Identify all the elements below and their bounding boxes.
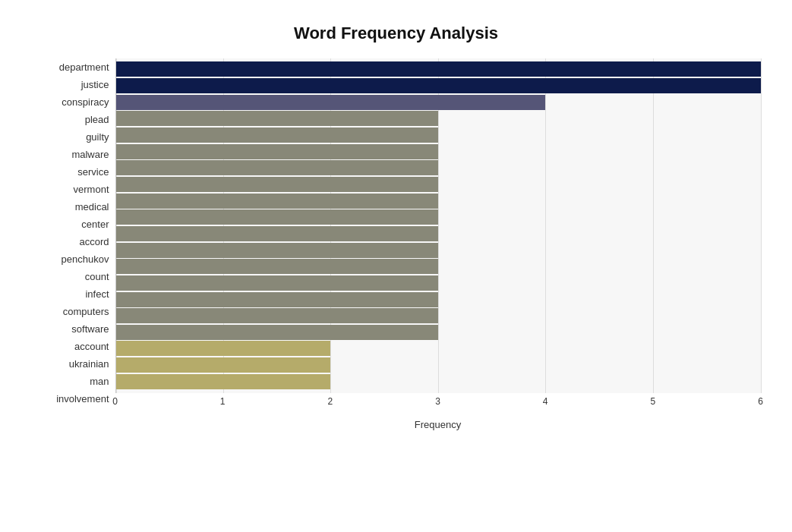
bar-row xyxy=(116,258,761,275)
y-label: service xyxy=(32,163,115,181)
x-tick: 2 xyxy=(327,396,333,407)
y-axis: departmentjusticeconspiracypleadguiltyma… xyxy=(32,58,115,430)
y-label: computers xyxy=(32,303,115,320)
grid-line xyxy=(761,58,762,393)
y-label: guilty xyxy=(32,128,115,146)
bar-row xyxy=(116,143,761,160)
x-axis: 0123456 xyxy=(115,393,761,416)
bar-row xyxy=(116,275,761,291)
x-tick: 3 xyxy=(435,396,440,407)
bar xyxy=(116,357,331,373)
bar xyxy=(116,144,439,159)
y-label: vermont xyxy=(32,181,115,198)
bar xyxy=(116,374,331,389)
y-label: count xyxy=(32,268,115,285)
bar xyxy=(116,308,439,323)
bar xyxy=(116,177,439,192)
bar-row xyxy=(116,242,761,259)
y-label: involvement xyxy=(32,390,115,408)
y-label: ukrainian xyxy=(32,355,115,373)
bar-row xyxy=(116,127,761,143)
chart-container: Word Frequency Analysis departmentjustic… xyxy=(17,8,776,524)
chart-title: Word Frequency Analysis xyxy=(32,24,761,43)
bar xyxy=(116,209,439,225)
bar-row xyxy=(116,110,761,127)
bar-row xyxy=(116,209,761,225)
x-tick: 6 xyxy=(758,396,763,407)
y-label: center xyxy=(32,216,115,233)
bar xyxy=(116,160,439,175)
bar xyxy=(116,259,439,274)
bar-row xyxy=(116,94,761,111)
x-tick: 1 xyxy=(220,396,226,407)
x-tick: 4 xyxy=(543,396,548,407)
bar-row xyxy=(116,225,761,242)
bar-row xyxy=(116,341,761,357)
bar xyxy=(116,226,439,241)
bar xyxy=(116,194,439,209)
y-label: software xyxy=(32,320,115,338)
y-label: accord xyxy=(32,233,115,250)
bar xyxy=(116,292,439,307)
x-tick: 5 xyxy=(650,396,655,407)
bar-row xyxy=(116,324,761,341)
plot-area: 0123456 Frequency xyxy=(115,58,761,430)
y-label: man xyxy=(32,373,115,390)
y-label: infect xyxy=(32,285,115,303)
bar-row xyxy=(116,373,761,390)
bar-row xyxy=(116,291,761,308)
y-label: department xyxy=(32,58,115,76)
y-label: conspiracy xyxy=(32,93,115,111)
bar-row xyxy=(116,357,761,373)
bar xyxy=(116,127,439,143)
bar-row xyxy=(116,61,761,78)
bar xyxy=(116,61,761,77)
bar-row xyxy=(116,193,761,209)
y-label: malware xyxy=(32,146,115,163)
bar xyxy=(116,243,439,258)
x-axis-label: Frequency xyxy=(115,419,761,430)
y-label: penchukov xyxy=(32,250,115,268)
y-label: medical xyxy=(32,198,115,216)
y-label: plead xyxy=(32,111,115,128)
bar xyxy=(116,341,331,356)
bar xyxy=(116,111,439,126)
x-tick: 0 xyxy=(112,396,118,407)
y-label: account xyxy=(32,338,115,355)
bar xyxy=(116,275,439,291)
y-label: justice xyxy=(32,76,115,93)
bars-section xyxy=(115,58,761,393)
bar xyxy=(116,78,761,93)
bar-row xyxy=(116,77,761,94)
bar xyxy=(116,325,439,340)
bar xyxy=(116,95,546,110)
bar-row xyxy=(116,307,761,324)
bar-row xyxy=(116,176,761,193)
bar-row xyxy=(116,159,761,176)
